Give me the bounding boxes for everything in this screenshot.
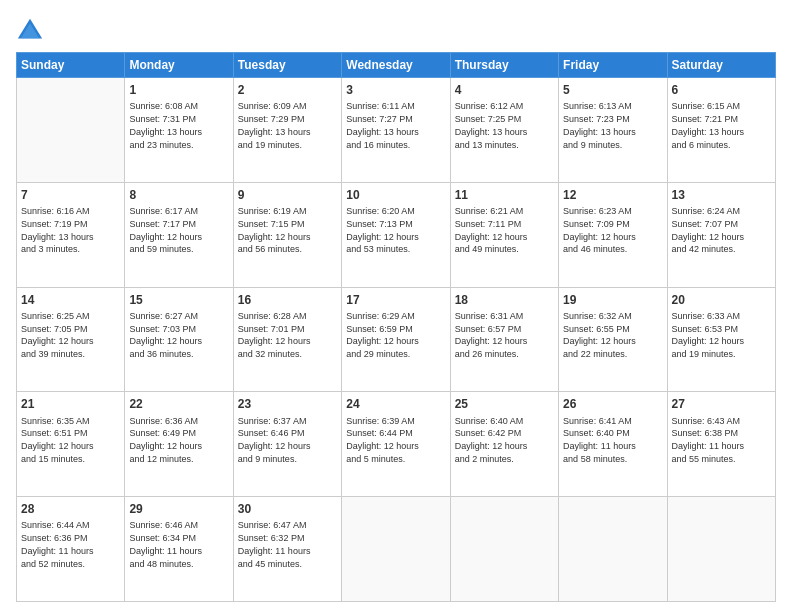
calendar-cell: [342, 497, 450, 602]
page: SundayMondayTuesdayWednesdayThursdayFrid…: [0, 0, 792, 612]
day-info: Sunrise: 6:29 AM Sunset: 6:59 PM Dayligh…: [346, 311, 419, 359]
day-info: Sunrise: 6:28 AM Sunset: 7:01 PM Dayligh…: [238, 311, 311, 359]
calendar-cell: 3Sunrise: 6:11 AM Sunset: 7:27 PM Daylig…: [342, 78, 450, 183]
day-info: Sunrise: 6:36 AM Sunset: 6:49 PM Dayligh…: [129, 416, 202, 464]
day-info: Sunrise: 6:09 AM Sunset: 7:29 PM Dayligh…: [238, 101, 311, 149]
day-info: Sunrise: 6:43 AM Sunset: 6:38 PM Dayligh…: [672, 416, 745, 464]
calendar-cell: 26Sunrise: 6:41 AM Sunset: 6:40 PM Dayli…: [559, 392, 667, 497]
day-number: 30: [238, 501, 337, 517]
day-info: Sunrise: 6:17 AM Sunset: 7:17 PM Dayligh…: [129, 206, 202, 254]
logo-icon: [16, 16, 44, 44]
calendar-cell: 28Sunrise: 6:44 AM Sunset: 6:36 PM Dayli…: [17, 497, 125, 602]
calendar-cell: 13Sunrise: 6:24 AM Sunset: 7:07 PM Dayli…: [667, 182, 775, 287]
day-info: Sunrise: 6:39 AM Sunset: 6:44 PM Dayligh…: [346, 416, 419, 464]
day-number: 21: [21, 396, 120, 412]
day-number: 3: [346, 82, 445, 98]
day-info: Sunrise: 6:16 AM Sunset: 7:19 PM Dayligh…: [21, 206, 94, 254]
day-info: Sunrise: 6:13 AM Sunset: 7:23 PM Dayligh…: [563, 101, 636, 149]
day-number: 19: [563, 292, 662, 308]
weekday-header-row: SundayMondayTuesdayWednesdayThursdayFrid…: [17, 53, 776, 78]
day-number: 26: [563, 396, 662, 412]
day-info: Sunrise: 6:11 AM Sunset: 7:27 PM Dayligh…: [346, 101, 419, 149]
weekday-header-wednesday: Wednesday: [342, 53, 450, 78]
calendar-cell: 11Sunrise: 6:21 AM Sunset: 7:11 PM Dayli…: [450, 182, 558, 287]
day-info: Sunrise: 6:33 AM Sunset: 6:53 PM Dayligh…: [672, 311, 745, 359]
day-info: Sunrise: 6:35 AM Sunset: 6:51 PM Dayligh…: [21, 416, 94, 464]
day-number: 11: [455, 187, 554, 203]
day-number: 17: [346, 292, 445, 308]
weekday-header-saturday: Saturday: [667, 53, 775, 78]
calendar-cell: 2Sunrise: 6:09 AM Sunset: 7:29 PM Daylig…: [233, 78, 341, 183]
day-number: 7: [21, 187, 120, 203]
calendar-cell: 5Sunrise: 6:13 AM Sunset: 7:23 PM Daylig…: [559, 78, 667, 183]
weekday-header-tuesday: Tuesday: [233, 53, 341, 78]
calendar-cell: 24Sunrise: 6:39 AM Sunset: 6:44 PM Dayli…: [342, 392, 450, 497]
calendar-cell: 4Sunrise: 6:12 AM Sunset: 7:25 PM Daylig…: [450, 78, 558, 183]
day-number: 29: [129, 501, 228, 517]
calendar-cell: 10Sunrise: 6:20 AM Sunset: 7:13 PM Dayli…: [342, 182, 450, 287]
day-number: 28: [21, 501, 120, 517]
calendar-cell: 12Sunrise: 6:23 AM Sunset: 7:09 PM Dayli…: [559, 182, 667, 287]
day-info: Sunrise: 6:41 AM Sunset: 6:40 PM Dayligh…: [563, 416, 636, 464]
day-number: 18: [455, 292, 554, 308]
calendar-table: SundayMondayTuesdayWednesdayThursdayFrid…: [16, 52, 776, 602]
day-info: Sunrise: 6:24 AM Sunset: 7:07 PM Dayligh…: [672, 206, 745, 254]
calendar-cell: 21Sunrise: 6:35 AM Sunset: 6:51 PM Dayli…: [17, 392, 125, 497]
day-number: 23: [238, 396, 337, 412]
calendar-cell: 29Sunrise: 6:46 AM Sunset: 6:34 PM Dayli…: [125, 497, 233, 602]
day-number: 15: [129, 292, 228, 308]
day-info: Sunrise: 6:40 AM Sunset: 6:42 PM Dayligh…: [455, 416, 528, 464]
day-number: 16: [238, 292, 337, 308]
week-row-1: 1Sunrise: 6:08 AM Sunset: 7:31 PM Daylig…: [17, 78, 776, 183]
calendar-cell: 16Sunrise: 6:28 AM Sunset: 7:01 PM Dayli…: [233, 287, 341, 392]
day-info: Sunrise: 6:44 AM Sunset: 6:36 PM Dayligh…: [21, 520, 94, 568]
weekday-header-friday: Friday: [559, 53, 667, 78]
calendar-cell: 17Sunrise: 6:29 AM Sunset: 6:59 PM Dayli…: [342, 287, 450, 392]
day-number: 25: [455, 396, 554, 412]
calendar-cell: [667, 497, 775, 602]
day-info: Sunrise: 6:20 AM Sunset: 7:13 PM Dayligh…: [346, 206, 419, 254]
logo: [16, 16, 48, 44]
day-info: Sunrise: 6:32 AM Sunset: 6:55 PM Dayligh…: [563, 311, 636, 359]
calendar-cell: 15Sunrise: 6:27 AM Sunset: 7:03 PM Dayli…: [125, 287, 233, 392]
day-info: Sunrise: 6:08 AM Sunset: 7:31 PM Dayligh…: [129, 101, 202, 149]
day-number: 27: [672, 396, 771, 412]
day-info: Sunrise: 6:12 AM Sunset: 7:25 PM Dayligh…: [455, 101, 528, 149]
day-info: Sunrise: 6:37 AM Sunset: 6:46 PM Dayligh…: [238, 416, 311, 464]
calendar-cell: 6Sunrise: 6:15 AM Sunset: 7:21 PM Daylig…: [667, 78, 775, 183]
calendar-cell: 14Sunrise: 6:25 AM Sunset: 7:05 PM Dayli…: [17, 287, 125, 392]
calendar-cell: 25Sunrise: 6:40 AM Sunset: 6:42 PM Dayli…: [450, 392, 558, 497]
calendar-cell: 20Sunrise: 6:33 AM Sunset: 6:53 PM Dayli…: [667, 287, 775, 392]
calendar-cell: 27Sunrise: 6:43 AM Sunset: 6:38 PM Dayli…: [667, 392, 775, 497]
week-row-2: 7Sunrise: 6:16 AM Sunset: 7:19 PM Daylig…: [17, 182, 776, 287]
header: [16, 16, 776, 44]
day-number: 10: [346, 187, 445, 203]
week-row-3: 14Sunrise: 6:25 AM Sunset: 7:05 PM Dayli…: [17, 287, 776, 392]
day-info: Sunrise: 6:15 AM Sunset: 7:21 PM Dayligh…: [672, 101, 745, 149]
day-info: Sunrise: 6:25 AM Sunset: 7:05 PM Dayligh…: [21, 311, 94, 359]
calendar-cell: 18Sunrise: 6:31 AM Sunset: 6:57 PM Dayli…: [450, 287, 558, 392]
weekday-header-monday: Monday: [125, 53, 233, 78]
day-info: Sunrise: 6:21 AM Sunset: 7:11 PM Dayligh…: [455, 206, 528, 254]
day-number: 24: [346, 396, 445, 412]
day-number: 12: [563, 187, 662, 203]
day-number: 20: [672, 292, 771, 308]
calendar-cell: 7Sunrise: 6:16 AM Sunset: 7:19 PM Daylig…: [17, 182, 125, 287]
day-number: 2: [238, 82, 337, 98]
day-info: Sunrise: 6:23 AM Sunset: 7:09 PM Dayligh…: [563, 206, 636, 254]
calendar-cell: [17, 78, 125, 183]
calendar-cell: 23Sunrise: 6:37 AM Sunset: 6:46 PM Dayli…: [233, 392, 341, 497]
calendar-cell: 30Sunrise: 6:47 AM Sunset: 6:32 PM Dayli…: [233, 497, 341, 602]
day-number: 4: [455, 82, 554, 98]
calendar-cell: 22Sunrise: 6:36 AM Sunset: 6:49 PM Dayli…: [125, 392, 233, 497]
day-info: Sunrise: 6:46 AM Sunset: 6:34 PM Dayligh…: [129, 520, 202, 568]
calendar-cell: 19Sunrise: 6:32 AM Sunset: 6:55 PM Dayli…: [559, 287, 667, 392]
day-info: Sunrise: 6:31 AM Sunset: 6:57 PM Dayligh…: [455, 311, 528, 359]
calendar-cell: 9Sunrise: 6:19 AM Sunset: 7:15 PM Daylig…: [233, 182, 341, 287]
day-number: 9: [238, 187, 337, 203]
day-number: 5: [563, 82, 662, 98]
calendar-cell: [559, 497, 667, 602]
day-number: 1: [129, 82, 228, 98]
calendar-cell: [450, 497, 558, 602]
day-info: Sunrise: 6:27 AM Sunset: 7:03 PM Dayligh…: [129, 311, 202, 359]
